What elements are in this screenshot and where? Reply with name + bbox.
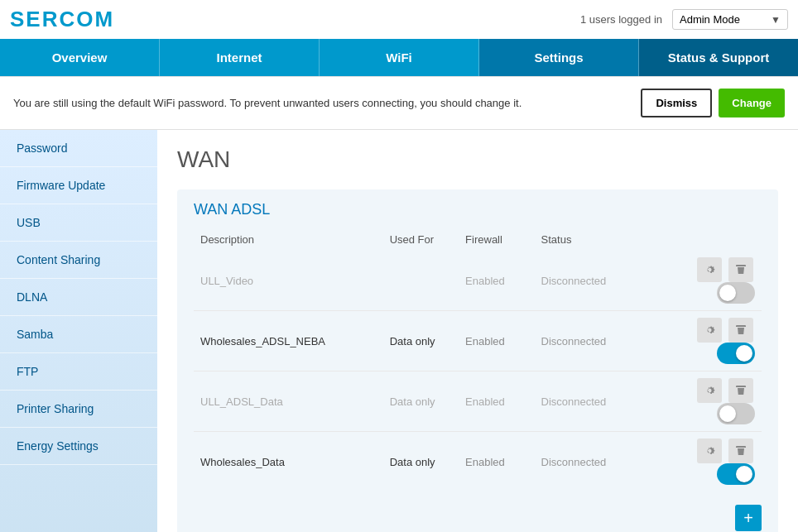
change-button[interactable]: Change [719, 89, 785, 117]
wan-adsl-section: WAN ADSL Description Used For Firewall S… [177, 189, 778, 532]
toggle-thumb [736, 466, 752, 482]
toggle-track [717, 282, 755, 304]
col-header-actions [648, 228, 762, 251]
add-wan-button[interactable]: + [735, 505, 762, 531]
warning-banner: You are still using the default WiFi pas… [0, 76, 798, 130]
trash-icon [734, 384, 748, 397]
row-actions [648, 251, 762, 311]
logo-text: SERCOM [10, 7, 114, 31]
table-row: ULL_Video Enabled Disconnected [194, 251, 762, 311]
settings-icon-btn[interactable] [697, 439, 722, 463]
delete-icon-btn[interactable] [728, 318, 753, 343]
settings-icon-btn[interactable] [697, 378, 722, 403]
row-status: Disconnected [535, 311, 648, 371]
toggle-thumb [736, 345, 752, 362]
delete-icon-btn[interactable] [728, 439, 753, 463]
row-usedfor: Data only [383, 432, 459, 492]
users-logged-text: 1 users logged in [580, 13, 662, 26]
row-description: Wholesales_Data [194, 432, 383, 492]
gear-icon [703, 263, 716, 276]
col-header-usedfor: Used For [383, 228, 459, 251]
tab-internet[interactable]: Internet [160, 39, 320, 76]
sidebar-item-energy-settings[interactable]: Energy Settings [0, 428, 157, 465]
dismiss-button[interactable]: Dismiss [641, 89, 712, 117]
tab-status-support[interactable]: Status & Support [639, 39, 798, 76]
row-usedfor: Data only [383, 311, 459, 371]
logo: SERCOM [10, 7, 114, 32]
row-firewall: Enabled [459, 311, 534, 371]
col-header-status: Status [535, 228, 648, 251]
toggle-track [717, 343, 755, 364]
settings-icon-btn[interactable] [697, 318, 722, 343]
gear-icon [703, 324, 716, 337]
row-usedfor: Data only [383, 371, 459, 432]
delete-icon-btn[interactable] [728, 257, 753, 282]
toggle-row0[interactable] [717, 282, 755, 304]
toggle-thumb [719, 285, 736, 301]
table-row: Wholesales_ADSL_NEBA Data only Enabled D… [194, 311, 762, 371]
col-header-description: Description [194, 228, 383, 251]
row-description: Wholesales_ADSL_NEBA [194, 311, 383, 371]
gear-icon [703, 384, 716, 397]
sidebar-item-dlna[interactable]: DLNA [0, 279, 157, 316]
main-layout: Password Firmware Update USB Content Sha… [0, 130, 798, 532]
sidebar-item-samba[interactable]: Samba [0, 316, 157, 353]
sidebar-item-content-sharing[interactable]: Content Sharing [0, 242, 157, 279]
row-firewall: Enabled [459, 251, 534, 311]
row-actions [648, 432, 762, 492]
toggle-row3[interactable] [717, 463, 755, 485]
col-header-firewall: Firewall [459, 228, 534, 251]
warning-actions: Dismiss Change [641, 89, 785, 117]
gear-icon [703, 444, 716, 458]
tab-settings[interactable]: Settings [479, 39, 639, 76]
sidebar: Password Firmware Update USB Content Sha… [0, 130, 157, 532]
sidebar-item-password[interactable]: Password [0, 130, 157, 167]
toggle-row1[interactable] [717, 343, 755, 364]
trash-icon [734, 324, 748, 337]
settings-icon-btn[interactable] [697, 257, 722, 282]
toggle-thumb [719, 405, 736, 422]
row-description: ULL_ADSL_Data [194, 371, 383, 432]
row-usedfor [383, 251, 459, 311]
toggle-row2[interactable] [717, 403, 755, 424]
wan-adsl-title: WAN ADSL [194, 201, 762, 218]
sidebar-item-usb[interactable]: USB [0, 204, 157, 242]
row-firewall: Enabled [459, 432, 534, 492]
row-firewall: Enabled [459, 371, 534, 432]
delete-icon-btn[interactable] [728, 378, 753, 403]
row-actions [648, 311, 762, 371]
row-actions [648, 371, 762, 432]
row-status: Disconnected [535, 432, 648, 492]
tab-overview[interactable]: Overview [0, 39, 160, 76]
wan-adsl-table: Description Used For Firewall Status ULL… [194, 228, 762, 491]
row-description: ULL_Video [194, 251, 383, 311]
trash-icon [734, 263, 748, 276]
sidebar-item-firmware-update[interactable]: Firmware Update [0, 167, 157, 204]
warning-text: You are still using the default WiFi pas… [13, 97, 624, 109]
page-title: WAN [177, 146, 778, 173]
toggle-track [717, 403, 755, 424]
row-status: Disconnected [535, 371, 648, 432]
table-row: ULL_ADSL_Data Data only Enabled Disconne… [194, 371, 762, 432]
chevron-down-icon: ▼ [771, 14, 781, 26]
tab-wifi[interactable]: WiFi [320, 39, 479, 76]
toggle-track [717, 463, 755, 485]
admin-mode-dropdown[interactable]: Admin Mode ▼ [672, 9, 788, 30]
sidebar-item-printer-sharing[interactable]: Printer Sharing [0, 391, 157, 428]
nav-tabs: Overview Internet WiFi Settings Status &… [0, 39, 798, 76]
content-area: WAN WAN ADSL Description Used For Firewa… [157, 130, 798, 532]
header: SERCOM 1 users logged in Admin Mode ▼ [0, 0, 798, 39]
row-status: Disconnected [535, 251, 648, 311]
admin-mode-label: Admin Mode [680, 13, 740, 26]
sidebar-item-ftp[interactable]: FTP [0, 353, 157, 391]
table-row: Wholesales_Data Data only Enabled Discon… [194, 432, 762, 492]
trash-icon [734, 444, 748, 458]
